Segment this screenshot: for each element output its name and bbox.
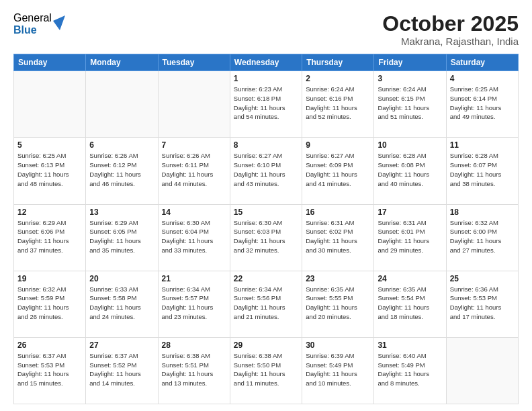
logo-blue: Blue (13, 24, 52, 36)
calendar-week-row: 26Sunrise: 6:37 AM Sunset: 5:53 PM Dayli… (14, 337, 519, 404)
day-info: Sunrise: 6:34 AM Sunset: 5:57 PM Dayligh… (162, 285, 226, 322)
day-info: Sunrise: 6:23 AM Sunset: 6:18 PM Dayligh… (234, 85, 298, 122)
calendar-cell: 15Sunrise: 6:30 AM Sunset: 6:03 PM Dayli… (230, 204, 302, 271)
day-info: Sunrise: 6:25 AM Sunset: 6:13 PM Dayligh… (17, 151, 82, 188)
logo-bird-icon (53, 15, 65, 30)
calendar-table: SundayMondayTuesdayWednesdayThursdayFrid… (13, 54, 519, 404)
day-number: 10 (378, 140, 442, 150)
day-info: Sunrise: 6:24 AM Sunset: 6:15 PM Dayligh… (378, 85, 442, 122)
calendar-cell (86, 71, 158, 138)
calendar-week-row: 12Sunrise: 6:29 AM Sunset: 6:06 PM Dayli… (14, 204, 519, 271)
day-info: Sunrise: 6:35 AM Sunset: 5:55 PM Dayligh… (306, 285, 370, 322)
calendar-cell: 10Sunrise: 6:28 AM Sunset: 6:08 PM Dayli… (374, 138, 446, 204)
calendar-cell: 9Sunrise: 6:27 AM Sunset: 6:09 PM Daylig… (302, 138, 374, 204)
day-number: 26 (17, 340, 82, 350)
logo-general: General (13, 12, 52, 24)
day-number: 4 (450, 74, 515, 83)
day-info: Sunrise: 6:29 AM Sunset: 6:05 PM Dayligh… (89, 218, 154, 255)
day-number: 3 (378, 74, 442, 83)
day-info: Sunrise: 6:26 AM Sunset: 6:12 PM Dayligh… (89, 151, 154, 188)
calendar-header-row: SundayMondayTuesdayWednesdayThursdayFrid… (14, 54, 519, 71)
day-info: Sunrise: 6:39 AM Sunset: 5:49 PM Dayligh… (306, 351, 370, 388)
weekday-header: Sunday (14, 54, 86, 71)
day-info: Sunrise: 6:30 AM Sunset: 6:03 PM Dayligh… (234, 218, 298, 255)
calendar-cell: 24Sunrise: 6:35 AM Sunset: 5:54 PM Dayli… (374, 271, 446, 337)
calendar-cell (446, 337, 518, 404)
day-number: 8 (234, 140, 298, 150)
calendar-cell: 11Sunrise: 6:28 AM Sunset: 6:07 PM Dayli… (446, 138, 518, 204)
day-number: 6 (89, 140, 154, 150)
day-number: 21 (162, 274, 226, 283)
day-number: 31 (378, 340, 442, 350)
calendar-cell: 21Sunrise: 6:34 AM Sunset: 5:57 PM Dayli… (158, 271, 230, 337)
location: Makrana, Rajasthan, India (382, 36, 519, 47)
calendar-cell: 31Sunrise: 6:40 AM Sunset: 5:49 PM Dayli… (374, 337, 446, 404)
day-info: Sunrise: 6:35 AM Sunset: 5:54 PM Dayligh… (378, 285, 442, 322)
day-info: Sunrise: 6:27 AM Sunset: 6:10 PM Dayligh… (234, 151, 298, 188)
day-info: Sunrise: 6:28 AM Sunset: 6:08 PM Dayligh… (378, 151, 442, 188)
calendar-cell: 29Sunrise: 6:38 AM Sunset: 5:50 PM Dayli… (230, 337, 302, 404)
calendar-week-row: 5Sunrise: 6:25 AM Sunset: 6:13 PM Daylig… (14, 138, 519, 204)
logo: General Blue (13, 12, 65, 36)
calendar-week-row: 19Sunrise: 6:32 AM Sunset: 5:59 PM Dayli… (14, 271, 519, 337)
day-number: 22 (234, 274, 298, 283)
svg-marker-0 (53, 15, 65, 30)
day-info: Sunrise: 6:29 AM Sunset: 6:06 PM Dayligh… (17, 218, 82, 255)
calendar-cell: 25Sunrise: 6:36 AM Sunset: 5:53 PM Dayli… (446, 271, 518, 337)
day-number: 30 (306, 340, 370, 350)
calendar-cell (14, 71, 86, 138)
calendar-week-row: 1Sunrise: 6:23 AM Sunset: 6:18 PM Daylig… (14, 71, 519, 138)
calendar-cell: 12Sunrise: 6:29 AM Sunset: 6:06 PM Dayli… (14, 204, 86, 271)
day-number: 9 (306, 140, 370, 150)
day-info: Sunrise: 6:28 AM Sunset: 6:07 PM Dayligh… (450, 151, 515, 188)
calendar-cell: 6Sunrise: 6:26 AM Sunset: 6:12 PM Daylig… (86, 138, 158, 204)
logo-text: General Blue (13, 12, 52, 36)
calendar-cell: 23Sunrise: 6:35 AM Sunset: 5:55 PM Dayli… (302, 271, 374, 337)
weekday-header: Monday (86, 54, 158, 71)
weekday-header: Friday (374, 54, 446, 71)
day-info: Sunrise: 6:30 AM Sunset: 6:04 PM Dayligh… (162, 218, 226, 255)
calendar-cell: 30Sunrise: 6:39 AM Sunset: 5:49 PM Dayli… (302, 337, 374, 404)
page: General Blue October 2025 Makrana, Rajas… (0, 0, 532, 411)
day-info: Sunrise: 6:38 AM Sunset: 5:51 PM Dayligh… (162, 351, 226, 388)
day-number: 12 (17, 208, 82, 217)
day-number: 16 (306, 208, 370, 217)
day-info: Sunrise: 6:36 AM Sunset: 5:53 PM Dayligh… (450, 285, 515, 322)
day-info: Sunrise: 6:32 AM Sunset: 5:59 PM Dayligh… (17, 285, 82, 322)
calendar-cell: 8Sunrise: 6:27 AM Sunset: 6:10 PM Daylig… (230, 138, 302, 204)
calendar-cell: 28Sunrise: 6:38 AM Sunset: 5:51 PM Dayli… (158, 337, 230, 404)
day-info: Sunrise: 6:37 AM Sunset: 5:53 PM Dayligh… (17, 351, 82, 388)
weekday-header: Thursday (302, 54, 374, 71)
weekday-header: Tuesday (158, 54, 230, 71)
day-number: 15 (234, 208, 298, 217)
day-number: 14 (162, 208, 226, 217)
day-number: 28 (162, 340, 226, 350)
month-title: October 2025 (382, 12, 519, 36)
calendar-cell (158, 71, 230, 138)
day-number: 24 (378, 274, 442, 283)
day-number: 27 (89, 340, 154, 350)
day-number: 1 (234, 74, 298, 83)
calendar-cell: 17Sunrise: 6:31 AM Sunset: 6:01 PM Dayli… (374, 204, 446, 271)
day-number: 29 (234, 340, 298, 350)
day-number: 11 (450, 140, 515, 150)
day-info: Sunrise: 6:32 AM Sunset: 6:00 PM Dayligh… (450, 218, 515, 255)
day-number: 19 (17, 274, 82, 283)
day-info: Sunrise: 6:37 AM Sunset: 5:52 PM Dayligh… (89, 351, 154, 388)
day-number: 13 (89, 208, 154, 217)
calendar-cell: 20Sunrise: 6:33 AM Sunset: 5:58 PM Dayli… (86, 271, 158, 337)
day-info: Sunrise: 6:33 AM Sunset: 5:58 PM Dayligh… (89, 285, 154, 322)
day-number: 25 (450, 274, 515, 283)
day-info: Sunrise: 6:34 AM Sunset: 5:56 PM Dayligh… (234, 285, 298, 322)
day-number: 2 (306, 74, 370, 83)
calendar-cell: 1Sunrise: 6:23 AM Sunset: 6:18 PM Daylig… (230, 71, 302, 138)
day-info: Sunrise: 6:25 AM Sunset: 6:14 PM Dayligh… (450, 85, 515, 122)
day-info: Sunrise: 6:40 AM Sunset: 5:49 PM Dayligh… (378, 351, 442, 388)
weekday-header: Wednesday (230, 54, 302, 71)
day-number: 18 (450, 208, 515, 217)
day-number: 23 (306, 274, 370, 283)
day-info: Sunrise: 6:27 AM Sunset: 6:09 PM Dayligh… (306, 151, 370, 188)
calendar-cell: 19Sunrise: 6:32 AM Sunset: 5:59 PM Dayli… (14, 271, 86, 337)
weekday-header: Saturday (446, 54, 518, 71)
calendar-cell: 7Sunrise: 6:26 AM Sunset: 6:11 PM Daylig… (158, 138, 230, 204)
